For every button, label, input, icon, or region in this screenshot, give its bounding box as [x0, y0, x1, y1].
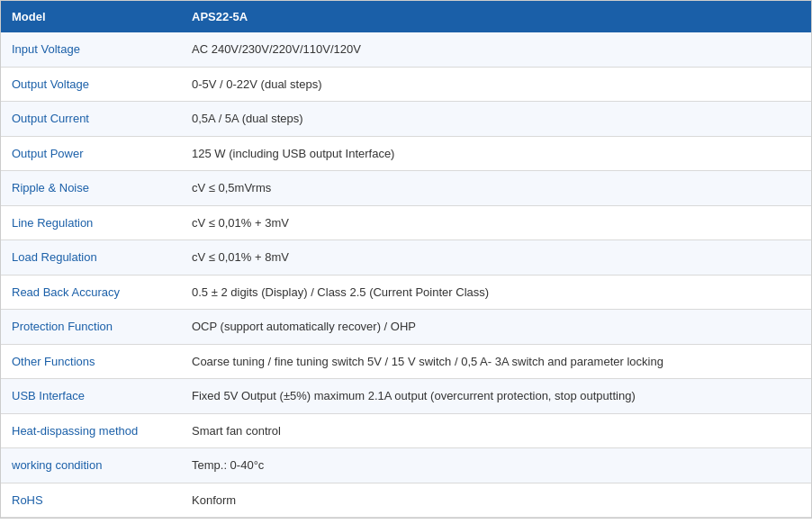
spec-label: Read Back Accuracy: [1, 275, 181, 310]
table-row: Output Current0,5A / 5A (dual steps): [1, 102, 811, 137]
spec-label: RoHS: [1, 483, 181, 518]
table-row: Protection FunctionOCP (support automati…: [1, 310, 811, 345]
table-row: Line RegulationcV ≤ 0,01% + 3mV: [1, 205, 811, 240]
table-header-row: Model APS22-5A: [1, 1, 811, 32]
spec-value: cV ≤ 0,01% + 3mV: [181, 205, 811, 240]
spec-value: OCP (support automatically recover) / OH…: [181, 310, 811, 345]
table-row: Output Voltage0-5V / 0-22V (dual steps): [1, 67, 811, 102]
spec-value: 0,5A / 5A (dual steps): [181, 102, 811, 137]
spec-label: Protection Function: [1, 310, 181, 345]
spec-label: USB Interface: [1, 379, 181, 414]
table-row: USB InterfaceFixed 5V Output (±5%) maxim…: [1, 379, 811, 414]
spec-label: Output Voltage: [1, 67, 181, 102]
spec-value: Smart fan control: [181, 413, 811, 448]
spec-value: cV ≤ 0,01% + 8mV: [181, 240, 811, 276]
spec-label: Other Functions: [1, 344, 181, 379]
spec-value: AC 240V/230V/220V/110V/120V: [181, 32, 811, 67]
table-row: Ripple & NoisecV ≤ 0,5mVrms: [1, 171, 811, 206]
header-model-value: APS22-5A: [181, 1, 811, 32]
header-model: Model: [1, 1, 181, 32]
spec-label: working condition: [1, 448, 181, 483]
table-row: Read Back Accuracy0.5 ± 2 digits (Displa…: [1, 275, 811, 310]
spec-value: Konform: [181, 483, 811, 518]
table-row: RoHSKonform: [1, 483, 811, 518]
table-row: Other FunctionsCoarse tuning / fine tuni…: [1, 344, 811, 379]
spec-label: Output Power: [1, 136, 181, 171]
specs-table: Model APS22-5A Input VoltageAC 240V/230V…: [0, 0, 812, 519]
spec-value: cV ≤ 0,5mVrms: [181, 171, 811, 206]
table-row: Load RegulationcV ≤ 0,01% + 8mV: [1, 240, 811, 276]
spec-value: 0-5V / 0-22V (dual steps): [181, 67, 811, 102]
spec-value: 0.5 ± 2 digits (Display) / Class 2.5 (Cu…: [181, 275, 811, 310]
spec-label: Output Current: [1, 102, 181, 137]
spec-label: Heat-dispassing method: [1, 413, 181, 448]
spec-value: Fixed 5V Output (±5%) maximum 2.1A outpu…: [181, 379, 811, 414]
table-row: Output Power125 W (including USB output …: [1, 136, 811, 171]
spec-label: Ripple & Noise: [1, 171, 181, 206]
spec-label: Input Voltage: [1, 32, 181, 67]
spec-value: Temp.: 0-40°c: [181, 448, 811, 483]
table-row: Input VoltageAC 240V/230V/220V/110V/120V: [1, 32, 811, 67]
spec-value: Coarse tuning / fine tuning switch 5V / …: [181, 344, 811, 379]
table-row: Heat-dispassing methodSmart fan control: [1, 413, 811, 448]
spec-label: Line Regulation: [1, 205, 181, 240]
spec-label: Load Regulation: [1, 240, 181, 276]
spec-value: 125 W (including USB output Interface): [181, 136, 811, 171]
table-row: working conditionTemp.: 0-40°c: [1, 448, 811, 483]
